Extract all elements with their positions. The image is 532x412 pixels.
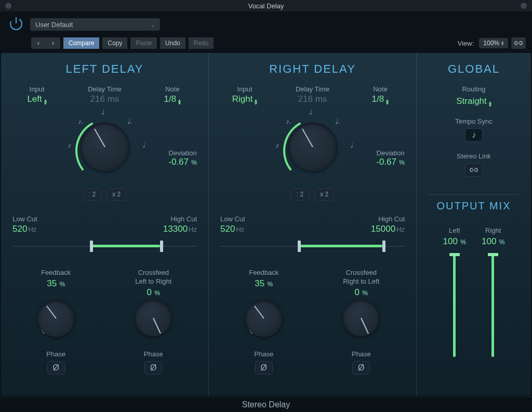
routing-label: Routing	[462, 85, 486, 93]
right-deviation-value[interactable]: -0.67 %	[376, 157, 405, 167]
preset-select[interactable]: User Default ⌄	[30, 18, 160, 31]
tempo-sync-label: Tempo Sync	[455, 117, 493, 125]
svg-line-5	[153, 318, 161, 334]
preset-name: User Default	[35, 21, 73, 29]
global-section: GLOBAL Routing Straight▴▾ Tempo Sync ♪ S…	[417, 53, 531, 395]
right-delay-knob[interactable]: ♪ ♪. ♩ ♩. 𝅗𝅥	[274, 108, 352, 186]
left-filter-slider[interactable]	[12, 241, 197, 253]
right-filter-slider[interactable]	[220, 241, 405, 253]
phase-icon: Ø	[53, 363, 59, 373]
left-delaytime-label: Delay Time	[88, 85, 122, 93]
left-half-button[interactable]: : 2	[83, 188, 101, 201]
right-crossfeed-dir: Right to Left	[343, 277, 379, 285]
note-icon: ♪	[472, 130, 476, 140]
left-crossfeed-knob[interactable]	[130, 295, 177, 341]
right-note-value[interactable]: 1/8▴▾	[372, 94, 389, 105]
left-feedback-value[interactable]: 35 %	[47, 278, 65, 289]
left-fb-phase-label: Phase	[46, 350, 65, 358]
left-delay-knob[interactable]: ♪ ♪. ♩ ♩. 𝅗𝅥	[66, 108, 144, 186]
phase-icon: Ø	[150, 363, 156, 373]
left-feedback-label: Feedback	[41, 269, 71, 276]
left-deviation-value[interactable]: -0.67 %	[168, 157, 197, 167]
view-zoom[interactable]: 100% ▴▾	[479, 38, 508, 48]
undo-button[interactable]: Undo	[160, 37, 185, 49]
out-right-label: Right	[485, 227, 501, 234]
left-lowcut-label: Low Cut	[12, 215, 37, 223]
tempo-sync-button[interactable]: ♪	[465, 128, 483, 142]
right-double-button[interactable]: x 2	[314, 188, 334, 201]
left-input-value[interactable]: Left▴▾	[27, 94, 46, 105]
phase-icon: Ø	[261, 363, 267, 373]
paste-button[interactable]: Paste	[130, 37, 157, 49]
left-delaytime-value[interactable]: 216 ms	[90, 94, 119, 104]
left-crossfeed-dir: Left to Right	[135, 277, 171, 285]
right-crossfeed-label: Crossfeed	[346, 269, 377, 276]
right-input-label: Input	[237, 85, 252, 93]
out-right-value[interactable]: 100 %	[482, 236, 504, 247]
power-button[interactable]	[6, 15, 26, 34]
right-delaytime-label: Delay Time	[296, 85, 329, 93]
chevron-down-icon: ⌄	[151, 22, 155, 28]
routing-value[interactable]: Straight▴▾	[456, 96, 491, 107]
left-note-label: Note	[165, 85, 179, 93]
right-deviation-label: Deviation	[376, 149, 405, 157]
left-fb-phase-button[interactable]: Ø	[47, 361, 65, 375]
right-half-button[interactable]: : 2	[291, 188, 309, 201]
svg-line-9	[361, 318, 368, 334]
right-fb-phase-button[interactable]: Ø	[255, 361, 273, 375]
left-highcut-value[interactable]: 13300Hz	[163, 224, 197, 234]
left-delay-section: LEFT DELAY Input Left▴▾ Delay Time 216 m…	[1, 53, 209, 395]
svg-line-8	[255, 306, 264, 318]
left-deviation-label: Deviation	[168, 149, 197, 157]
right-feedback-knob[interactable]	[241, 295, 287, 342]
compare-button[interactable]: Compare	[63, 37, 99, 49]
right-feedback-label: Feedback	[249, 269, 278, 276]
toolbar: User Default ⌄ ‹ › Compare Copy Paste Un…	[0, 11, 532, 52]
right-delay-section: RIGHT DELAY Input Right▴▾ Delay Time 216…	[209, 53, 417, 395]
right-cf-phase-button[interactable]: Ø	[352, 361, 370, 375]
right-input-value[interactable]: Right▴▾	[232, 94, 258, 105]
power-icon	[8, 15, 24, 34]
right-highcut-value[interactable]: 15000Hz	[371, 224, 405, 234]
svg-line-3	[95, 129, 105, 147]
left-input-label: Input	[30, 85, 45, 93]
right-lowcut-label: Low Cut	[220, 215, 245, 223]
left-double-button[interactable]: x 2	[107, 188, 126, 201]
phase-icon: Ø	[358, 363, 364, 373]
out-right-slider[interactable]	[488, 253, 498, 357]
prev-preset-button[interactable]: ‹	[31, 37, 46, 49]
right-delay-title: RIGHT DELAY	[269, 62, 356, 76]
left-crossfeed-label: Crossfeed	[138, 269, 169, 276]
next-preset-button[interactable]: ›	[46, 37, 60, 49]
out-left-label: Left	[449, 227, 460, 234]
right-feedback-value[interactable]: 35 %	[255, 278, 273, 289]
left-feedback-knob[interactable]	[33, 295, 79, 342]
redo-button[interactable]: Redo	[189, 37, 214, 49]
left-lowcut-value[interactable]: 520Hz	[12, 224, 36, 234]
out-left-slider[interactable]	[449, 253, 460, 357]
left-cf-phase-label: Phase	[144, 350, 163, 358]
left-note-value[interactable]: 1/8▴▾	[164, 94, 181, 105]
right-fb-phase-label: Phase	[254, 350, 273, 358]
left-cf-phase-button[interactable]: Ø	[144, 361, 162, 375]
link-icon	[514, 38, 523, 48]
window-control-left[interactable]	[5, 3, 11, 9]
stereo-link-button[interactable]	[465, 163, 483, 177]
right-highcut-label: High Cut	[378, 215, 405, 223]
link-button[interactable]	[511, 37, 526, 49]
right-lowcut-value[interactable]: 520Hz	[220, 224, 244, 234]
copy-button[interactable]: Copy	[102, 37, 127, 49]
global-title: GLOBAL	[448, 62, 500, 76]
left-delay-title: LEFT DELAY	[65, 62, 143, 76]
right-crossfeed-knob[interactable]	[338, 295, 384, 341]
window-titlebar: Vocal Delay	[0, 0, 532, 11]
right-cf-phase-label: Phase	[352, 350, 371, 358]
right-delaytime-value[interactable]: 216 ms	[298, 94, 327, 104]
window-title: Vocal Delay	[248, 2, 284, 10]
right-note-label: Note	[373, 85, 387, 93]
window-control-right[interactable]	[521, 3, 527, 9]
left-highcut-label: High Cut	[170, 215, 197, 223]
out-left-value[interactable]: 100 %	[443, 236, 466, 247]
plugin-name: Stereo Delay	[242, 400, 290, 409]
svg-line-4	[47, 306, 56, 318]
